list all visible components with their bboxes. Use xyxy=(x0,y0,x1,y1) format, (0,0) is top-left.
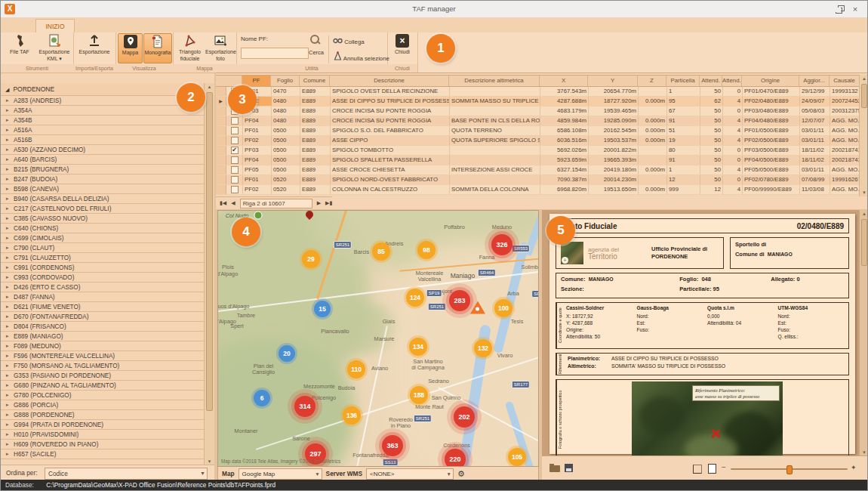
zoom-slider[interactable] xyxy=(731,468,848,470)
table-row[interactable]: PF010470E889SPIGOLO OVEST DELLA RECINZIO… xyxy=(216,87,860,97)
expand-arrow-icon[interactable]: ▸ xyxy=(6,431,14,437)
row-checkbox[interactable] xyxy=(231,127,239,134)
first-page-button[interactable]: ▮◀ xyxy=(220,200,226,206)
expand-arrow-icon[interactable]: ▸ xyxy=(6,422,14,428)
checkbox-cell[interactable] xyxy=(226,126,243,135)
sidebar-comune-item[interactable]: ▸C640 (CHIONS) xyxy=(1,224,205,233)
scroll-up-icon[interactable]: ▲ xyxy=(860,76,868,81)
row-checkbox[interactable] xyxy=(231,176,239,184)
sidebar-comune-item[interactable]: ▸D426 (ERTO E CASSO) xyxy=(1,283,205,292)
row-checkbox[interactable] xyxy=(231,117,239,125)
wms-server-dropdown[interactable]: <NONE>▼ xyxy=(366,468,454,480)
row-checkbox[interactable] xyxy=(231,156,239,164)
sidebar-comune-item[interactable]: ▸D487 (FANNA) xyxy=(1,292,205,302)
sidebar-comune-item[interactable]: ▸B940 (CASARSA DELLA DELIZIA) xyxy=(1,194,205,204)
expand-arrow-icon[interactable]: ▸ xyxy=(6,264,14,270)
scroll-down-icon[interactable]: ▼ xyxy=(205,459,214,464)
scroll-down-icon[interactable]: ▼ xyxy=(860,450,868,455)
table-row[interactable]: PF010500E889SPIGOLO S.O. DEL FABBRICATOQ… xyxy=(216,126,860,136)
map-panel[interactable]: Col NudoPoffabroMedunoAndreisBarcisFanna… xyxy=(217,210,539,467)
map-cluster-marker[interactable]: 105 xyxy=(508,448,526,466)
sidebar-comune-item[interactable]: ▸F596 (MONTEREALE VALCELLINA) xyxy=(1,351,205,361)
fit-page-icon[interactable] xyxy=(693,465,702,474)
column-header[interactable]: Attend. ... xyxy=(722,76,742,86)
collega-button[interactable]: Collega xyxy=(333,38,365,45)
column-header[interactable]: Particella xyxy=(666,76,700,86)
scroll-up-icon[interactable]: ▲ xyxy=(205,85,214,89)
checkbox-cell[interactable] xyxy=(226,185,243,194)
row-selector[interactable] xyxy=(216,156,226,165)
table-row[interactable]: PF040480E889CROCE INCISA SU PONTE ROGGIA… xyxy=(216,116,860,126)
expand-arrow-icon[interactable]: ▸ xyxy=(6,382,14,388)
esportazione-button[interactable]: Esportazione xyxy=(75,33,113,63)
expand-arrow-icon[interactable]: ▸ xyxy=(6,147,14,153)
sidebar-comune-item[interactable]: ▸A530 (AZZANO DECIMO) xyxy=(1,145,205,155)
expand-arrow-icon[interactable]: ▸ xyxy=(6,284,14,290)
sidebar-comune-item[interactable]: ▸F089 (MEDUNO) xyxy=(1,341,205,351)
checkbox-cell[interactable] xyxy=(226,116,243,125)
annulla-selezione-button[interactable]: Annulla selezione xyxy=(334,51,389,62)
sidebar-comune-item[interactable]: ▸A516B xyxy=(1,135,205,145)
expand-arrow-icon[interactable]: ▸ xyxy=(6,441,14,447)
expand-arrow-icon[interactable]: ▸ xyxy=(6,156,14,162)
sidebar-comune-item[interactable]: ▸G886 (PORCIA) xyxy=(1,400,205,410)
expand-arrow-icon[interactable]: ▸ xyxy=(6,205,14,212)
map-cluster-marker[interactable]: 124 xyxy=(406,289,424,307)
expand-arrow-icon[interactable]: ▸ xyxy=(6,127,14,133)
expand-arrow-icon[interactable]: ▸ xyxy=(6,372,14,378)
column-header[interactable]: Comune xyxy=(300,76,330,86)
checkbox-cell[interactable]: ✔ xyxy=(226,146,243,155)
row-selector[interactable] xyxy=(216,116,226,125)
map-cluster-marker[interactable]: 134 xyxy=(409,338,427,356)
table-row[interactable]: ✔PF030500E889SPIGOLO TOMBOTTO5692.026m20… xyxy=(216,146,860,156)
scrollbar-thumb[interactable] xyxy=(861,219,867,266)
chiudi-button[interactable]: × Chiudi xyxy=(389,33,416,63)
map-cluster-marker[interactable]: 110 xyxy=(347,360,365,378)
sidebar-comune-item[interactable]: ▸B598 (CANEVA) xyxy=(1,184,205,194)
monograph-scrollbar[interactable]: ▲ ▼ xyxy=(859,210,868,456)
sidebar-comune-item[interactable]: ▸G780 (POLCENIGO) xyxy=(1,391,205,400)
sidebar-root-pordenone[interactable]: ◢PORDENONE xyxy=(1,83,205,96)
expand-arrow-icon[interactable]: ▸ xyxy=(6,323,14,329)
expand-arrow-icon[interactable]: ▸ xyxy=(6,363,14,369)
tab-inizio[interactable]: INIZIO xyxy=(35,19,75,33)
scrollbar-thumb[interactable] xyxy=(861,84,867,108)
table-row[interactable]: PF020500E889ASSE CIPPOQUOTA SUPERIORE SP… xyxy=(216,136,860,146)
file-taf-button[interactable]: File TAF xyxy=(4,33,35,63)
save-icon[interactable] xyxy=(565,464,573,472)
map-cluster-marker[interactable]: 100 xyxy=(494,299,512,317)
column-header[interactable]: Y xyxy=(588,76,638,86)
map-cluster-marker[interactable]: 98 xyxy=(417,241,436,259)
expand-arrow-icon[interactable]: ▸ xyxy=(6,245,14,251)
sidebar-comune-item[interactable]: ▸G680 (PINZANO AL TAGLIAMENTO) xyxy=(1,381,205,391)
expand-arrow-icon[interactable]: ▸ xyxy=(6,294,14,300)
expand-arrow-icon[interactable]: ▸ xyxy=(6,333,14,339)
column-header[interactable]: Attend. xyxy=(700,76,722,86)
next-page-button[interactable]: ▶ xyxy=(317,200,321,206)
expand-arrow-icon[interactable]: ▸ xyxy=(6,353,14,359)
sidebar-comune-item[interactable]: ▸D670 (FONTANAFREDDA) xyxy=(1,312,205,322)
sidebar-comune-item[interactable]: ▸E889 (MANIAGO) xyxy=(1,332,205,341)
map-cluster-marker[interactable]: 136 xyxy=(343,406,361,425)
sidebar-comune-item[interactable]: ▸A354B xyxy=(1,116,205,125)
zoom-slider-handle[interactable] xyxy=(786,465,793,474)
gear-icon[interactable]: ⚙ xyxy=(457,469,465,479)
table-row[interactable]: PF050500E889ASSE CROCE CHIESETTAINTERSEZ… xyxy=(216,165,860,175)
monografia-toggle-button[interactable]: Monografia xyxy=(143,33,172,63)
sidebar-comune-item[interactable]: ▸A354A xyxy=(1,106,205,116)
map-cluster-marker[interactable]: 85 xyxy=(372,242,390,261)
sort-dropdown[interactable]: Codice ▼ xyxy=(45,468,208,480)
expand-arrow-icon[interactable]: ▸ xyxy=(6,117,14,123)
row-selector[interactable] xyxy=(216,87,226,96)
sidebar-comune-item[interactable]: ▸C991 (CORDENONS) xyxy=(1,263,205,273)
map-cluster-marker[interactable]: 220 xyxy=(445,449,466,467)
checkbox-cell[interactable] xyxy=(226,165,243,174)
map-cluster-marker[interactable]: 132 xyxy=(474,339,492,357)
map-cluster-marker[interactable]: 188 xyxy=(410,386,428,404)
table-scrollbar[interactable]: ▲ ▼ xyxy=(859,75,868,196)
expand-arrow-icon[interactable]: ▸ xyxy=(6,313,14,320)
expand-arrow-icon[interactable]: ▸ xyxy=(6,166,14,172)
column-header[interactable]: Descrizione xyxy=(330,76,449,86)
column-header[interactable]: X xyxy=(540,76,588,86)
esportazione-foto-button[interactable]: Esportazione foto xyxy=(205,33,235,63)
